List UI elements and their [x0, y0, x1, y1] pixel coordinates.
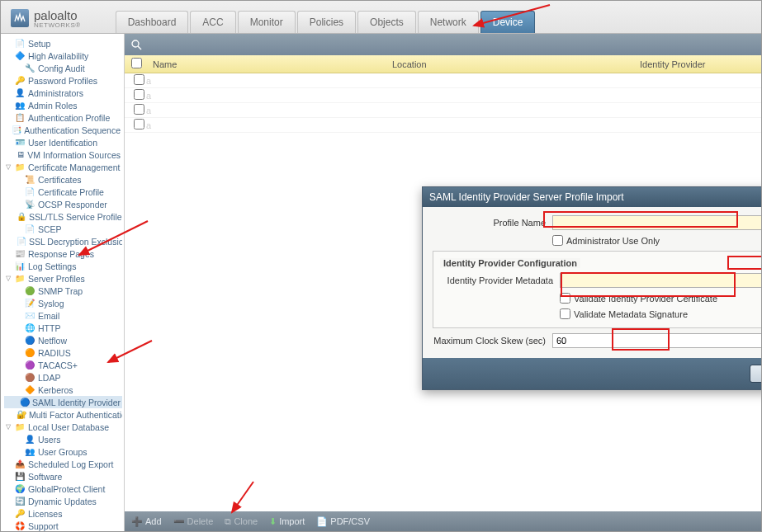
sidebar-item-multi-factor-authentication[interactable]: 🔐Multi Factor Authentication [4, 408, 122, 421]
sidebar-item-setup[interactable]: 📄Setup [4, 37, 122, 49]
sidebar-item-authentication-profile[interactable]: 📋Authentication Profile [4, 111, 122, 124]
sidebar-item-http[interactable]: 🌐HTTP [4, 322, 122, 334]
sidebar-item-radius[interactable]: 🟠RADIUS [4, 346, 122, 359]
table-row[interactable]: a [125, 88, 761, 103]
content-pane: Name Location Identity Provider aaaa ➕Ad… [125, 34, 761, 531]
validate-sig-checkbox[interactable] [560, 308, 570, 319]
sidebar-item-netflow[interactable]: 🔵Netflow [4, 334, 122, 346]
tree-icon: 🟣 [24, 360, 35, 370]
col-idp[interactable]: Identity Provider [633, 59, 761, 69]
sidebar-item-response-pages[interactable]: 📰Response Pages [4, 247, 122, 260]
pdfcsv-button[interactable]: 📄PDF/CSV [316, 516, 370, 527]
device-sidebar[interactable]: 📄Setup🔷High Availability🔧Config Audit🔑Pa… [1, 34, 125, 531]
tree-icon: 📁 [14, 162, 26, 172]
sidebar-item-ssl-tls-service-profile[interactable]: 🔒SSL/TLS Service Profile [4, 210, 122, 223]
sidebar-item-server-profiles[interactable]: ▽📁Server Profiles [4, 272, 122, 285]
sidebar-item-ocsp-responder[interactable]: 📡OCSP Responder [4, 198, 122, 210]
row-checkbox[interactable] [134, 74, 144, 85]
svg-point-0 [132, 40, 139, 47]
row-name: a [146, 76, 386, 86]
tree-icon: 🔑 [14, 508, 26, 519]
validate-cert-checkbox[interactable] [560, 293, 570, 304]
row-checkbox[interactable] [134, 119, 144, 129]
tree-icon: ✉️ [24, 310, 35, 321]
sidebar-item-ssl-decryption-exclusion[interactable]: 📄SSL Decryption Exclusion [4, 235, 122, 247]
tab-network[interactable]: Network [418, 11, 479, 33]
tree-label: VM Information Sources [27, 150, 121, 160]
pdf-icon: 📄 [316, 516, 328, 527]
sidebar-item-tacacs-[interactable]: 🟣TACACS+ [4, 359, 122, 371]
sidebar-item-administrators[interactable]: 👤Administrators [4, 87, 122, 99]
admin-only-checkbox[interactable] [552, 235, 563, 246]
sidebar-item-log-settings[interactable]: 📊Log Settings [4, 260, 122, 272]
table-row[interactable]: a [125, 103, 761, 118]
tree-label: Setup [28, 39, 50, 49]
sidebar-item-snmp-trap[interactable]: 🟢SNMP Trap [4, 285, 122, 297]
sidebar-item-syslog[interactable]: 📝Syslog [4, 297, 122, 309]
sidebar-item-config-audit[interactable]: 🔧Config Audit [4, 62, 122, 74]
sidebar-item-kerberos[interactable]: 🔶Kerberos [4, 384, 122, 396]
sidebar-item-user-groups[interactable]: 👥User Groups [4, 445, 122, 458]
sidebar-item-authentication-sequence[interactable]: 📑Authentication Sequence [4, 124, 122, 136]
sidebar-item-ldap[interactable]: 🟤LDAP [4, 371, 122, 384]
sidebar-item-saml-identity-provider[interactable]: 🔵SAML Identity Provider [4, 396, 122, 408]
sidebar-item-admin-roles[interactable]: 👥Admin Roles [4, 99, 122, 111]
tree-icon: 👥 [24, 446, 35, 457]
sidebar-item-certificates[interactable]: 📜Certificates [4, 173, 122, 186]
select-all-checkbox[interactable] [131, 58, 142, 68]
profile-name-input[interactable] [552, 215, 762, 230]
sidebar-item-high-availability[interactable]: 🔷High Availability [4, 49, 122, 62]
tree-icon: 🔧 [24, 63, 35, 73]
row-checkbox[interactable] [134, 104, 144, 115]
table-row[interactable]: a [125, 73, 761, 88]
ok-button[interactable]: OK [750, 365, 762, 383]
tree-icon: 🌐 [24, 322, 35, 333]
delete-button[interactable]: ➖Delete [173, 516, 214, 527]
sidebar-item-email[interactable]: ✉️Email [4, 309, 122, 322]
toggle-icon: ▽ [6, 423, 13, 431]
clockskew-input[interactable] [552, 333, 762, 348]
sidebar-item-support[interactable]: 🛟Support [4, 520, 122, 531]
sidebar-item-dynamic-updates[interactable]: 🔄Dynamic Updates [4, 495, 122, 507]
col-name[interactable]: Name [146, 59, 386, 69]
table-row[interactable]: a [125, 118, 761, 133]
sidebar-item-scheduled-log-export[interactable]: 📤Scheduled Log Export [4, 458, 122, 470]
tree-label: Config Audit [38, 64, 85, 73]
tree-icon: 📜 [24, 174, 35, 185]
sidebar-item-licenses[interactable]: 🔑Licenses [4, 507, 122, 520]
tab-objects[interactable]: Objects [357, 11, 416, 33]
row-name: a [146, 91, 386, 101]
tree-label: Server Profiles [28, 274, 85, 284]
col-location[interactable]: Location [386, 59, 633, 69]
import-button[interactable]: ⬇Import [269, 516, 305, 527]
tab-acc[interactable]: ACC [190, 11, 235, 33]
tree-icon: 📰 [14, 248, 26, 259]
tab-policies[interactable]: Policies [297, 11, 356, 33]
dialog-title-bar[interactable]: SAML Identity Provider Server Profile Im… [423, 187, 762, 207]
sidebar-item-scep[interactable]: 📄SCEP [4, 223, 122, 235]
tree-label: Log Settings [28, 261, 76, 271]
sidebar-item-software[interactable]: 💾Software [4, 470, 122, 483]
main-tabs: DashboardACCMonitorPoliciesObjectsNetwor… [116, 1, 537, 33]
sidebar-item-vm-information-sources[interactable]: 🖥VM Information Sources [4, 148, 122, 161]
clone-icon: ⧉ [225, 516, 231, 527]
tree-icon: 👤 [14, 87, 26, 98]
sidebar-item-globalprotect-client[interactable]: 🌍GlobalProtect Client [4, 483, 122, 495]
tab-monitor[interactable]: Monitor [238, 11, 296, 33]
tree-icon: 🔶 [24, 384, 35, 395]
search-icon[interactable] [130, 38, 143, 51]
clone-button[interactable]: ⧉Clone [225, 516, 258, 527]
sidebar-item-user-identification[interactable]: 🪪User Identification [4, 136, 122, 148]
sidebar-item-local-user-database[interactable]: ▽📁Local User Database [4, 421, 122, 433]
sidebar-item-password-profiles[interactable]: 🔑Password Profiles [4, 74, 122, 87]
sidebar-item-users[interactable]: 👤Users [4, 433, 122, 445]
tab-dashboard[interactable]: Dashboard [116, 11, 189, 33]
tab-device[interactable]: Device [480, 11, 536, 33]
metadata-input[interactable] [560, 273, 762, 288]
sidebar-item-certificate-management[interactable]: ▽📁Certificate Management [4, 161, 122, 173]
add-button[interactable]: ➕Add [131, 516, 162, 527]
svg-line-1 [138, 46, 141, 49]
sidebar-item-certificate-profile[interactable]: 📄Certificate Profile [4, 186, 122, 198]
row-checkbox[interactable] [134, 89, 144, 100]
tree-icon: 📊 [14, 261, 26, 271]
